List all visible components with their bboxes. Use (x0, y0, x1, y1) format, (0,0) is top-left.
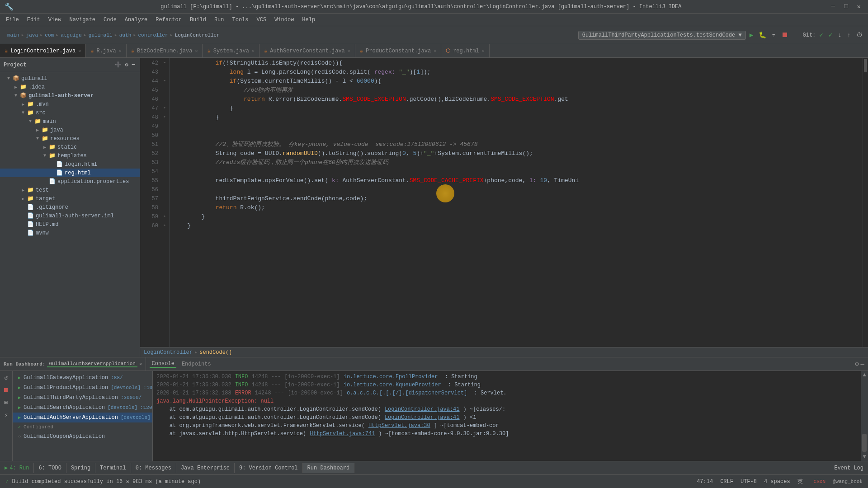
filter-button[interactable]: ⚡ (3, 410, 9, 420)
breadcrumb-atguigu[interactable]: atguigu (61, 33, 81, 38)
tree-login-html[interactable]: ▶ 📄 login.html (0, 160, 140, 169)
tree-java[interactable]: ▶ 📁 java (0, 126, 140, 134)
tab-logincontroller[interactable]: ☕ LoginController.java ✕ (0, 44, 86, 58)
menu-file[interactable]: File (2, 15, 23, 24)
menu-code[interactable]: Code (100, 15, 120, 24)
tree-main[interactable]: ▼ 📁 main (0, 117, 140, 126)
tree-templates[interactable]: ▼ 📁 templates (0, 151, 140, 160)
indent[interactable]: 4 spaces (764, 479, 790, 485)
tab-messages[interactable]: 0: Messages (131, 463, 176, 473)
run-button[interactable]: ▶ (748, 30, 755, 40)
tree-reg-html[interactable]: ▶ 📄 reg.html (0, 169, 140, 177)
debug-button[interactable]: 🐛 (757, 30, 768, 40)
coverage-button[interactable]: ☂ (770, 30, 777, 40)
tab-reg-html[interactable]: ⬡ reg.html ✕ (441, 44, 490, 58)
tab-productconstant[interactable]: ☕ ProductConstant.java ✕ (355, 44, 441, 58)
tab-close-icon[interactable]: ✕ (119, 48, 122, 54)
charset[interactable]: UTF-8 (741, 479, 757, 485)
tab-run-dashboard[interactable]: Run Dashboard (303, 463, 355, 473)
menu-tools[interactable]: Tools (229, 15, 252, 24)
stack-link[interactable]: LoginController.java:41 (385, 413, 460, 422)
scroll-down-icon[interactable]: ▼ (862, 453, 867, 461)
tree-resources[interactable]: ▼ 📁 resources (0, 134, 140, 143)
minimize-panel-icon[interactable]: — (861, 361, 864, 368)
tab-event-log[interactable]: Event Log (830, 463, 868, 473)
code-content[interactable]: if(!StringUtils.isEmpty(redisCode)){ lon… (170, 58, 863, 347)
stack-link[interactable]: LoginController.java:41 (385, 405, 460, 413)
tree-gitignore[interactable]: ▶ 📄 .gitignore (0, 203, 140, 211)
breadcrumb-sendcode-link[interactable]: sendCode() (199, 349, 232, 356)
breadcrumb-java[interactable]: java (26, 33, 38, 38)
tab-spring[interactable]: Spring (66, 463, 95, 473)
tab-close-icon[interactable]: ✕ (434, 48, 436, 54)
tab-close-icon[interactable]: ✕ (78, 48, 81, 54)
endpoints-tab[interactable]: Endpoints (180, 361, 213, 367)
tree-mvn[interactable]: ▶ 📁 .mvn (0, 100, 140, 108)
tree-static[interactable]: ▶ 📁 static (0, 143, 140, 151)
git-update-button[interactable]: ↓ (836, 31, 843, 40)
run-dashboard-close[interactable]: ✕ (139, 361, 142, 367)
layout-button[interactable]: ⊞ (3, 398, 9, 408)
minimize-button[interactable]: ─ (829, 2, 838, 11)
scrollbar-thumb[interactable] (864, 59, 867, 72)
menu-view[interactable]: View (45, 15, 65, 24)
stop-button[interactable]: ⏹ (779, 30, 790, 40)
tab-r[interactable]: ☕ R.java ✕ (86, 44, 126, 58)
tab-close-icon[interactable]: ✕ (348, 48, 350, 54)
console-scrollbar[interactable]: ▲ ▼ (861, 371, 868, 461)
tree-mvnw[interactable]: ▶ 📄 mvnw (0, 229, 140, 237)
settings-icon[interactable]: ⚙ (855, 360, 859, 368)
git-commit-button[interactable]: ✓ (827, 30, 834, 40)
tab-todo[interactable]: 6: TODO (34, 463, 66, 473)
menu-help[interactable]: Help (298, 15, 319, 24)
tree-src[interactable]: ▼ 📁 src (0, 108, 140, 117)
close-button[interactable]: ✕ (854, 2, 863, 11)
code-editor[interactable]: 42 43 44 45 46 47 48 49 50 51 52 53 54 5… (140, 58, 868, 347)
tab-java-enterprise[interactable]: Java Enterprise (176, 463, 235, 473)
tree-gulimall-auth-server[interactable]: ▼ 📦 gulimall-auth-server (0, 91, 140, 100)
tree-gulimall[interactable]: ▼ 📦 gulimall (0, 74, 140, 83)
tree-helpmd[interactable]: ▶ 📄 HELP.md (0, 220, 140, 229)
sidebar-collapse-button[interactable]: — (131, 61, 136, 69)
run-item-product[interactable]: ▶ GulimallProductApplication [devtools] … (13, 383, 152, 393)
menu-window[interactable]: Window (271, 15, 297, 24)
breadcrumb-logincontroller[interactable]: LoginController (175, 33, 220, 38)
menu-analyze[interactable]: Analyze (121, 15, 151, 24)
breadcrumb-auth[interactable]: auth (119, 33, 131, 38)
breadcrumb-main[interactable]: main (7, 33, 19, 38)
console-output[interactable]: 2020-01-21 17:36:30.030 INFO 14248 --- [… (153, 371, 861, 461)
tab-authserverconstant[interactable]: ☕ AuthServerConstant.java ✕ (259, 44, 355, 58)
stop-all-button[interactable]: ⏹ (2, 385, 10, 395)
run-item-thirdparty[interactable]: ▶ GulimallThirdPartyApplication :30000/ (13, 393, 152, 403)
line-separator[interactable]: CRLF (720, 479, 733, 485)
tab-bizcodeenume[interactable]: ☕ BizCodeEnume.java ✕ (127, 44, 203, 58)
breadcrumb-gulimall[interactable]: gulimall (89, 33, 113, 38)
tree-idea[interactable]: ▶ 📁 .idea (0, 83, 140, 91)
run-item-coupon[interactable]: ○ GulimallCouponApplication (13, 432, 152, 441)
editor-scrollbar[interactable] (863, 58, 868, 347)
breadcrumb-com[interactable]: com (45, 33, 54, 38)
menu-edit[interactable]: Edit (24, 15, 44, 24)
menu-navigate[interactable]: Navigate (66, 15, 99, 24)
tab-close-icon[interactable]: ✕ (252, 48, 255, 54)
run-item-gateway[interactable]: ▶ GulimallGatewayApplication :88/ (13, 373, 152, 383)
tree-target[interactable]: ▶ 📁 target (0, 194, 140, 203)
tab-terminal[interactable]: Terminal (95, 463, 131, 473)
breadcrumb-logincontroller-link[interactable]: LoginController (144, 349, 193, 356)
tree-test[interactable]: ▶ 📁 test (0, 186, 140, 194)
run-item-auth[interactable]: ▶ GulimallAuthServerApplication [devtool… (13, 413, 152, 422)
maximize-button[interactable]: □ (841, 2, 850, 11)
tree-application-properties[interactable]: ▶ 📄 application.properties (0, 177, 140, 186)
sidebar-settings-button[interactable]: ⚙ (124, 61, 129, 69)
git-check-button[interactable]: ✓ (817, 30, 825, 40)
menu-run[interactable]: Run (211, 15, 228, 24)
git-push-button[interactable]: ↑ (845, 31, 853, 40)
tab-run[interactable]: ▶4: Run (0, 463, 34, 473)
run-dashboard-tab[interactable]: GulimallAuthServerApplication (47, 361, 137, 367)
git-history-button[interactable]: ⏱ (854, 31, 864, 40)
tab-version-control[interactable]: 9: Version Control (235, 463, 303, 473)
cursor-position[interactable]: 47:14 (697, 479, 713, 485)
stack-link[interactable]: HttpServlet.java:30 (368, 422, 430, 430)
sidebar-add-button[interactable]: ➕ (114, 61, 123, 69)
breadcrumb-controller[interactable]: controller (138, 33, 168, 38)
